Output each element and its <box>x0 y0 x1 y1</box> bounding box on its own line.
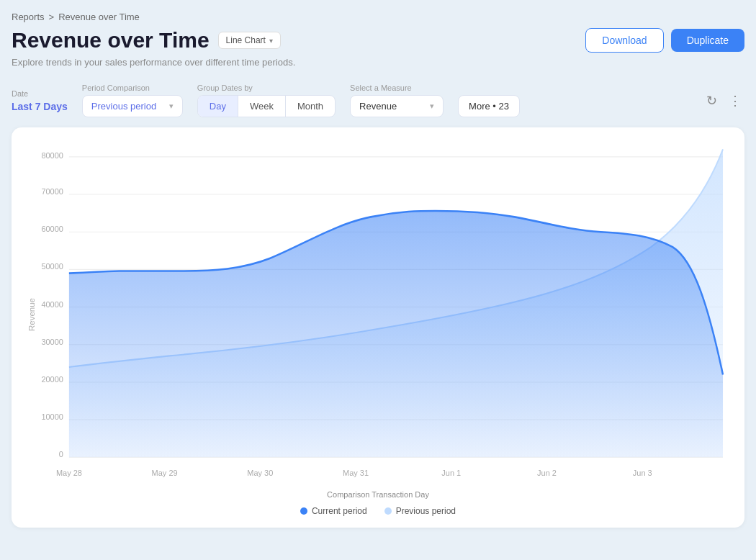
chart-type-chevron-icon: ▾ <box>269 37 273 45</box>
measure-label: Select a Measure <box>350 83 444 92</box>
period-comparison-dropdown[interactable]: Previous period ▾ <box>82 95 183 117</box>
svg-text:May 31: May 31 <box>343 469 369 477</box>
chart-area: 0 10000 20000 30000 40000 50000 60000 70… <box>26 142 730 487</box>
svg-text:Revenue: Revenue <box>27 298 36 331</box>
duplicate-button[interactable]: Duplicate <box>671 29 744 52</box>
legend-current-label: Current period <box>312 506 367 516</box>
svg-text:Jun 2: Jun 2 <box>537 469 557 477</box>
measure-value: Revenue <box>359 101 397 112</box>
period-comparison-chevron-icon: ▾ <box>169 101 174 111</box>
svg-text:60000: 60000 <box>41 225 63 233</box>
date-filter-label: Date <box>12 89 68 98</box>
period-comparison-label: Period Comparison <box>82 83 183 92</box>
svg-text:Jun 1: Jun 1 <box>441 469 461 477</box>
measure-chevron-icon: ▾ <box>430 101 434 111</box>
legend-current: Current period <box>300 506 367 516</box>
more-filters-group: More • 23 <box>458 95 520 117</box>
page-subtitle: Explore trends in your sales performance… <box>12 57 585 68</box>
chart-svg: 0 10000 20000 30000 40000 50000 60000 70… <box>26 142 730 487</box>
period-comparison-group: Period Comparison Previous period ▾ <box>82 83 183 117</box>
group-dates-day-button[interactable]: Day <box>198 96 238 117</box>
svg-text:May 28: May 28 <box>56 469 82 477</box>
x-axis-label: Comparison Transaction Day <box>26 490 730 499</box>
breadcrumb-parent[interactable]: Reports <box>12 12 45 22</box>
svg-text:May 29: May 29 <box>152 469 178 477</box>
svg-text:May 30: May 30 <box>247 469 273 477</box>
group-dates-month-button[interactable]: Month <box>286 96 335 117</box>
group-dates-week-button[interactable]: Week <box>238 96 286 117</box>
date-filter-group: Date Last 7 Days <box>12 89 68 112</box>
refresh-button[interactable]: ↻ <box>703 90 720 112</box>
chart-card: 0 10000 20000 30000 40000 50000 60000 70… <box>12 127 744 528</box>
measure-group: Select a Measure Revenue ▾ <box>350 83 444 117</box>
measure-dropdown[interactable]: Revenue ▾ <box>350 95 444 117</box>
chart-type-label: Line Chart <box>226 35 266 45</box>
svg-text:20000: 20000 <box>41 375 63 384</box>
svg-text:50000: 50000 <box>41 262 63 271</box>
date-filter-value[interactable]: Last 7 Days <box>12 101 68 112</box>
group-dates-label: Group Dates by <box>197 83 336 92</box>
page-title: Revenue over Time <box>12 28 210 53</box>
legend-previous: Previous period <box>384 506 456 516</box>
breadcrumb-current: Revenue over Time <box>58 12 140 22</box>
chart-type-selector[interactable]: Line Chart ▾ <box>218 32 281 49</box>
svg-text:10000: 10000 <box>41 412 63 421</box>
legend-current-dot <box>300 507 307 515</box>
svg-text:40000: 40000 <box>41 299 63 308</box>
breadcrumb-separator: > <box>49 12 55 22</box>
chart-legend: Current period Previous period <box>26 506 730 516</box>
svg-text:70000: 70000 <box>41 187 63 196</box>
more-filters-button[interactable]: More • 23 <box>458 95 520 117</box>
svg-text:0: 0 <box>59 450 63 459</box>
legend-previous-label: Previous period <box>396 506 456 516</box>
svg-text:Jun 3: Jun 3 <box>633 469 652 477</box>
group-dates-toggle: Day Week Month <box>197 95 336 117</box>
legend-previous-dot <box>384 507 392 515</box>
group-dates-group: Group Dates by Day Week Month <box>197 83 336 117</box>
period-comparison-value: Previous period <box>91 101 156 112</box>
svg-text:80000: 80000 <box>41 151 63 160</box>
svg-text:30000: 30000 <box>41 338 63 346</box>
more-options-button[interactable]: ⋮ <box>726 90 744 112</box>
download-button[interactable]: Download <box>585 28 663 53</box>
